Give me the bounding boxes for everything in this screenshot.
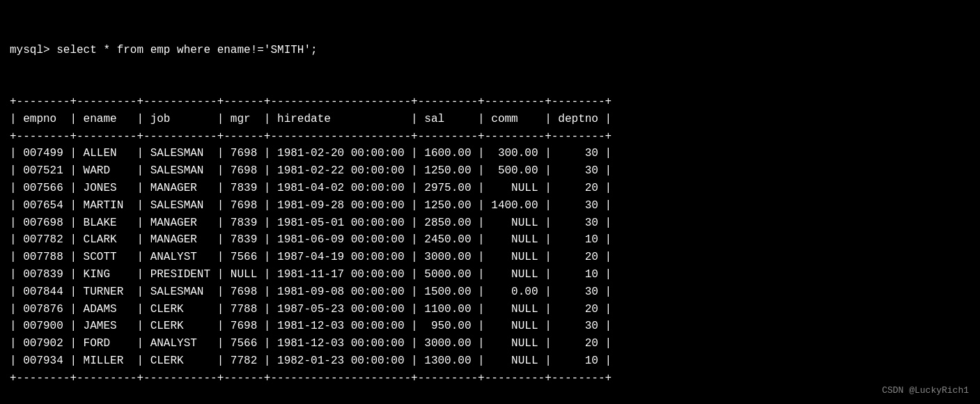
table-row: | 007654 | MARTIN | SALESMAN | 7698 | 19… (10, 197, 970, 215)
table-row: | 007499 | ALLEN | SALESMAN | 7698 | 198… (10, 145, 970, 162)
table-row: | 007782 | CLARK | MANAGER | 7839 | 1981… (10, 231, 970, 249)
table-row: | 007839 | KING | PRESIDENT | NULL | 198… (10, 266, 970, 283)
table-row: | 007900 | JAMES | CLERK | 7698 | 1981-1… (10, 318, 970, 335)
separator-bottom: +--------+---------+-----------+------+-… (10, 370, 970, 387)
terminal-output: mysql> select * from emp where ename!='S… (10, 7, 970, 404)
separator-header: +--------+---------+-----------+------+-… (10, 128, 970, 146)
table-row: | 007876 | ADAMS | CLERK | 7788 | 1987-0… (10, 301, 970, 318)
table-row: | 007566 | JONES | MANAGER | 7839 | 1981… (10, 180, 970, 197)
table-row: | 007844 | TURNER | SALESMAN | 7698 | 19… (10, 283, 970, 301)
table-row: | 007698 | BLAKE | MANAGER | 7839 | 1981… (10, 215, 970, 232)
watermark: CSDN @LuckyRich1 (882, 385, 969, 396)
table-row: | 007902 | FORD | ANALYST | 7566 | 1981-… (10, 335, 970, 352)
table-output: +--------+---------+-----------+------+-… (10, 93, 970, 387)
separator-top: +--------+---------+-----------+------+-… (10, 93, 970, 111)
command-line: mysql> select * from emp where ename!='S… (10, 42, 970, 59)
table-row: | 007934 | MILLER | CLERK | 7782 | 1982-… (10, 352, 970, 370)
table-row: | 007521 | WARD | SALESMAN | 7698 | 1981… (10, 162, 970, 180)
header-row: | empno | ename | job | mgr | hiredate |… (10, 111, 970, 128)
table-row: | 007788 | SCOTT | ANALYST | 7566 | 1987… (10, 249, 970, 266)
